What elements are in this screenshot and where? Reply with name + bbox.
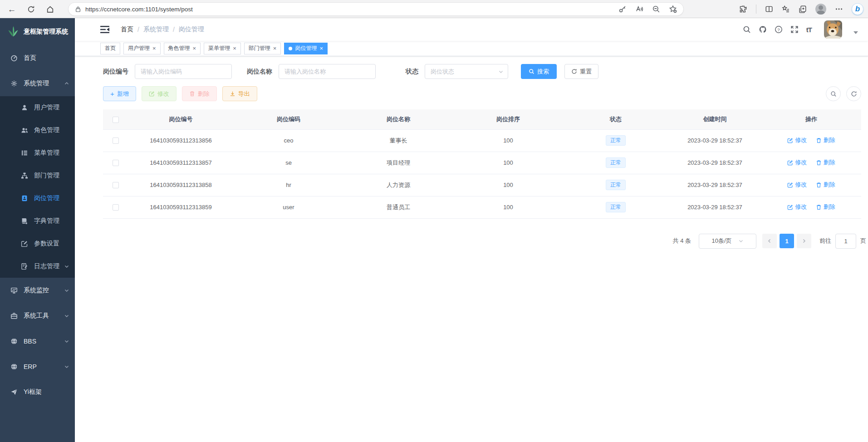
github-icon[interactable] bbox=[759, 25, 767, 34]
row-delete-link[interactable]: 删除 bbox=[816, 203, 835, 211]
sidebar-item-menu-management[interactable]: 菜单管理 bbox=[0, 142, 75, 164]
table-header-row: 岗位编号 岗位编码 岗位名称 岗位排序 状态 创建时间 操作 bbox=[103, 109, 861, 129]
close-icon[interactable]: × bbox=[193, 45, 196, 51]
sidebar-item-system-monitor[interactable]: 系统监控 bbox=[0, 278, 75, 303]
url-text[interactable]: https://ccnetcore.com:1101/system/post bbox=[85, 6, 618, 13]
sidebar-item-dept-management[interactable]: 部门管理 bbox=[0, 164, 75, 187]
sidebar-item-param-settings[interactable]: 参数设置 bbox=[0, 232, 75, 255]
edit-button[interactable]: 修改 bbox=[142, 86, 177, 101]
col-post-sort: 岗位排序 bbox=[453, 109, 563, 129]
caret-down-icon[interactable] bbox=[853, 31, 858, 34]
row-checkbox[interactable] bbox=[113, 204, 119, 211]
lock-icon[interactable] bbox=[75, 6, 81, 13]
row-edit-link[interactable]: 修改 bbox=[787, 181, 807, 189]
chevron-down-icon bbox=[64, 264, 69, 269]
chevron-up-icon bbox=[64, 81, 69, 86]
tab-menu-management[interactable]: 菜单管理× bbox=[204, 43, 241, 54]
row-edit-link[interactable]: 修改 bbox=[787, 203, 807, 211]
refresh-table-button[interactable] bbox=[846, 86, 861, 101]
sidebar-item-system-management[interactable]: 系统管理 bbox=[0, 71, 75, 96]
badge-icon bbox=[21, 195, 28, 202]
sidebar-item-log-management[interactable]: 日志管理 bbox=[0, 255, 75, 278]
search-icon[interactable] bbox=[743, 25, 751, 34]
tab-user-management[interactable]: 用户管理× bbox=[123, 43, 161, 54]
close-icon[interactable]: × bbox=[233, 45, 236, 51]
post-name-label: 岗位名称 bbox=[247, 68, 272, 76]
sidebar-item-system-tools[interactable]: 系统工具 bbox=[0, 303, 75, 329]
font-size-icon[interactable]: tT bbox=[806, 26, 812, 34]
tab-role-management[interactable]: 角色管理× bbox=[164, 43, 201, 54]
select-all-checkbox[interactable] bbox=[113, 117, 119, 123]
post-name-input[interactable] bbox=[279, 64, 376, 79]
globe-icon bbox=[10, 363, 18, 370]
goto-page-input[interactable] bbox=[835, 234, 856, 249]
chevron-down-icon bbox=[498, 69, 504, 74]
post-code-input[interactable] bbox=[135, 64, 232, 79]
page-number-1[interactable]: 1 bbox=[780, 234, 794, 248]
avatar[interactable] bbox=[824, 20, 842, 39]
sidebar-item-post-management[interactable]: 岗位管理 bbox=[0, 187, 75, 210]
more-icon[interactable] bbox=[835, 5, 843, 13]
sidebar-item-role-management[interactable]: 角色管理 bbox=[0, 119, 75, 142]
sidebar-item-dict-management[interactable]: 字典管理 bbox=[0, 210, 75, 232]
reset-button[interactable]: 重置 bbox=[564, 64, 598, 79]
app-title: 意框架管理系统 bbox=[24, 28, 68, 36]
favorites-bar-icon[interactable] bbox=[782, 5, 790, 13]
search-button[interactable]: 搜索 bbox=[521, 64, 557, 79]
next-page-button[interactable] bbox=[797, 234, 811, 248]
password-key-icon[interactable] bbox=[618, 5, 627, 13]
edit-square-icon bbox=[21, 240, 28, 247]
sidebar-collapse-icon[interactable] bbox=[100, 25, 110, 34]
table-toolbar: + 新增 修改 删除 导出 bbox=[103, 86, 861, 101]
col-actions: 操作 bbox=[761, 109, 861, 129]
export-button[interactable]: 导出 bbox=[222, 86, 257, 101]
sidebar-item-yi-framework[interactable]: Yi框架 bbox=[0, 379, 75, 405]
home-icon[interactable] bbox=[44, 3, 56, 15]
add-button[interactable]: + 新增 bbox=[103, 86, 136, 101]
breadcrumb-home[interactable]: 首页 bbox=[121, 25, 133, 34]
split-screen-icon[interactable] bbox=[765, 5, 773, 13]
paper-plane-icon bbox=[10, 388, 18, 396]
search-icon bbox=[830, 91, 837, 97]
close-icon[interactable]: × bbox=[152, 45, 156, 51]
page-size-select[interactable]: 10条/页 bbox=[699, 234, 756, 249]
read-aloud-icon[interactable] bbox=[635, 5, 643, 13]
sidebar-item-bbs[interactable]: BBS bbox=[0, 329, 75, 354]
bing-chat-icon[interactable]: b bbox=[852, 3, 863, 15]
favorite-add-icon[interactable] bbox=[669, 5, 677, 13]
row-checkbox[interactable] bbox=[113, 160, 119, 166]
profile-icon[interactable] bbox=[815, 4, 826, 15]
help-icon[interactable]: ? bbox=[775, 25, 783, 34]
status-select[interactable]: 岗位状态 bbox=[425, 64, 508, 79]
row-delete-link[interactable]: 删除 bbox=[816, 181, 835, 189]
close-icon[interactable]: × bbox=[319, 45, 323, 51]
refresh-icon bbox=[851, 91, 857, 97]
sidebar-item-home[interactable]: 首页 bbox=[0, 45, 75, 71]
plus-icon: + bbox=[110, 90, 114, 97]
fullscreen-icon[interactable] bbox=[790, 25, 799, 34]
main-area: 首页 / 系统管理 / 岗位管理 ? tT bbox=[75, 18, 868, 442]
tab-dept-management[interactable]: 部门管理× bbox=[244, 43, 281, 54]
address-bar[interactable]: https://ccnetcore.com:1101/system/post bbox=[68, 2, 684, 16]
back-icon[interactable]: ← bbox=[5, 3, 18, 15]
tab-home[interactable]: 首页 bbox=[100, 43, 120, 54]
sidebar-item-erp[interactable]: ERP bbox=[0, 354, 75, 379]
row-edit-link[interactable]: 修改 bbox=[787, 158, 807, 167]
collections-icon[interactable] bbox=[799, 5, 807, 13]
app-logo[interactable]: 意框架管理系统 bbox=[0, 18, 75, 45]
extensions-icon[interactable] bbox=[739, 5, 747, 13]
edit-icon bbox=[149, 91, 155, 97]
row-checkbox[interactable] bbox=[113, 138, 119, 144]
sidebar-item-user-management[interactable]: 用户管理 bbox=[0, 96, 75, 119]
row-edit-link[interactable]: 修改 bbox=[787, 136, 807, 144]
delete-button[interactable]: 删除 bbox=[182, 86, 217, 101]
zoom-out-icon[interactable] bbox=[652, 5, 660, 13]
row-checkbox[interactable] bbox=[113, 182, 119, 188]
close-icon[interactable]: × bbox=[273, 45, 277, 51]
prev-page-button[interactable] bbox=[762, 234, 777, 248]
toggle-search-button[interactable] bbox=[826, 86, 841, 101]
row-delete-link[interactable]: 删除 bbox=[816, 158, 835, 167]
refresh-icon[interactable] bbox=[25, 3, 37, 15]
row-delete-link[interactable]: 删除 bbox=[816, 136, 835, 144]
tab-post-management[interactable]: 岗位管理× bbox=[284, 43, 328, 54]
